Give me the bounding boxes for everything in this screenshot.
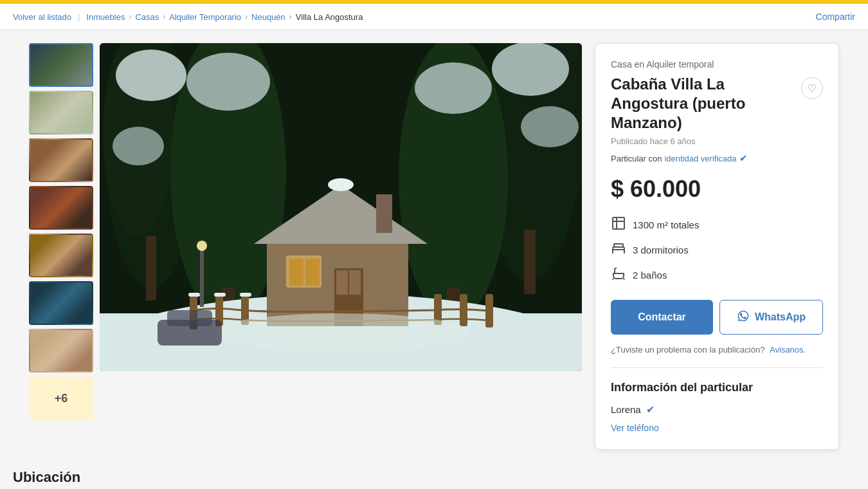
bathrooms-row: 2 baños: [611, 266, 823, 284]
problem-text: ¿Tuviste un problema con la publicación?…: [611, 345, 823, 355]
thumbnail-5[interactable]: [29, 234, 93, 277]
thumbnail-1[interactable]: [29, 43, 93, 87]
ubicacion-section: Ubicación: [0, 469, 868, 489]
svg-point-12: [186, 53, 270, 111]
crumb-alquiler[interactable]: Alquiler Temporario: [169, 12, 241, 22]
area-icon: [611, 216, 626, 234]
breadcrumb: Volver al listado | Inmuebles › Casas › …: [13, 12, 363, 22]
bedrooms-row: 3 dormitorios: [611, 241, 823, 259]
whatsapp-label: WhatsApp: [755, 311, 806, 323]
verified-link[interactable]: identidad verificada: [664, 154, 736, 163]
whatsapp-button[interactable]: WhatsApp: [719, 300, 823, 335]
sep-3: ›: [245, 12, 248, 21]
svg-point-15: [113, 127, 164, 165]
bed-icon: [611, 241, 626, 259]
back-link[interactable]: Volver al listado: [13, 12, 71, 22]
thumbnail-4[interactable]: [29, 186, 93, 230]
info-heading: Información del particular: [611, 381, 823, 394]
crumb-villa: Villa La Angostura: [296, 12, 363, 22]
bath-icon: [611, 266, 626, 284]
left-section: +6: [29, 43, 582, 420]
crumb-casas[interactable]: Casas: [135, 12, 159, 22]
owner-row: Lorena ✔: [611, 403, 823, 416]
svg-rect-43: [167, 310, 212, 326]
favorite-button[interactable]: ♡: [801, 77, 823, 99]
price: $ 60.000: [611, 176, 823, 203]
svg-rect-44: [613, 217, 624, 229]
svg-rect-38: [240, 293, 251, 297]
owner-name: Lorena: [611, 404, 641, 415]
sep-4: ›: [289, 12, 292, 21]
crumb-neuquen[interactable]: Neuquén: [251, 12, 285, 22]
ubicacion-heading: Ubicación: [13, 469, 855, 486]
thumbnail-2[interactable]: [29, 91, 93, 134]
bathrooms-value: 2 baños: [633, 270, 667, 281]
svg-rect-29: [376, 194, 392, 233]
action-buttons: Contactar WhatsApp: [611, 300, 823, 335]
card-title-row: Cabaña Villa La Angostura (puerto Manzan…: [611, 75, 823, 133]
svg-rect-21: [289, 259, 303, 286]
sep-2: ›: [163, 12, 165, 21]
particular-label: Particular con: [611, 154, 662, 163]
main-content: +6: [16, 43, 852, 450]
svg-rect-6: [524, 230, 536, 294]
thumbnail-7[interactable]: [29, 329, 93, 373]
listing-card: Casa en Alquiler temporal Cabaña Villa L…: [595, 43, 839, 450]
whatsapp-icon: [737, 309, 750, 325]
svg-point-13: [492, 43, 569, 96]
area-value: 1300 m² totales: [633, 219, 699, 230]
thumbnail-3[interactable]: [29, 138, 93, 182]
verified-icon: ✔: [739, 152, 748, 164]
svg-point-14: [415, 62, 492, 114]
svg-rect-37: [214, 293, 226, 297]
property-details: 1300 m² totales 3 dormitorios: [611, 216, 823, 284]
svg-rect-40: [200, 249, 204, 307]
svg-rect-25: [349, 270, 361, 295]
svg-point-39: [212, 313, 469, 352]
ver-telefono-link[interactable]: Ver teléfono: [611, 423, 659, 433]
listing-type: Casa en Alquiler temporal: [611, 59, 823, 69]
svg-point-41: [197, 241, 207, 251]
share-button[interactable]: Compartir: [816, 12, 855, 22]
avisanos-link[interactable]: Avisanos.: [770, 345, 806, 355]
svg-rect-36: [188, 293, 200, 297]
info-del-particular: Información del particular Lorena ✔ Ver …: [611, 367, 823, 434]
owner-verified-icon: ✔: [646, 403, 655, 416]
main-image[interactable]: [100, 43, 582, 371]
crumb-inmuebles[interactable]: Inmuebles: [86, 12, 125, 22]
listing-title: Cabaña Villa La Angostura (puerto Manzan…: [611, 75, 793, 133]
breadcrumb-pipe: |: [78, 12, 80, 22]
property-photo: [100, 43, 582, 371]
svg-point-11: [116, 50, 186, 101]
published-date: Publicado hace 6 años: [611, 136, 823, 146]
contact-button[interactable]: Contactar: [611, 300, 713, 335]
svg-rect-24: [336, 270, 348, 295]
heart-icon: ♡: [808, 82, 817, 95]
problem-label: ¿Tuviste un problema con la publicación?: [611, 345, 764, 355]
bedrooms-value: 3 dormitorios: [633, 244, 689, 255]
verified-row: Particular con identidad verificada ✔: [611, 152, 823, 164]
thumbnails-column: +6: [29, 43, 93, 420]
more-photos-button[interactable]: +6: [29, 376, 93, 420]
area-row: 1300 m² totales: [611, 216, 823, 234]
breadcrumb-bar: Volver al listado | Inmuebles › Casas › …: [0, 4, 868, 30]
svg-point-28: [328, 178, 354, 191]
thumbnail-6[interactable]: [29, 281, 93, 325]
svg-point-16: [521, 106, 579, 147]
svg-rect-22: [305, 259, 320, 286]
sep-1: ›: [129, 12, 131, 21]
svg-rect-3: [146, 236, 156, 300]
